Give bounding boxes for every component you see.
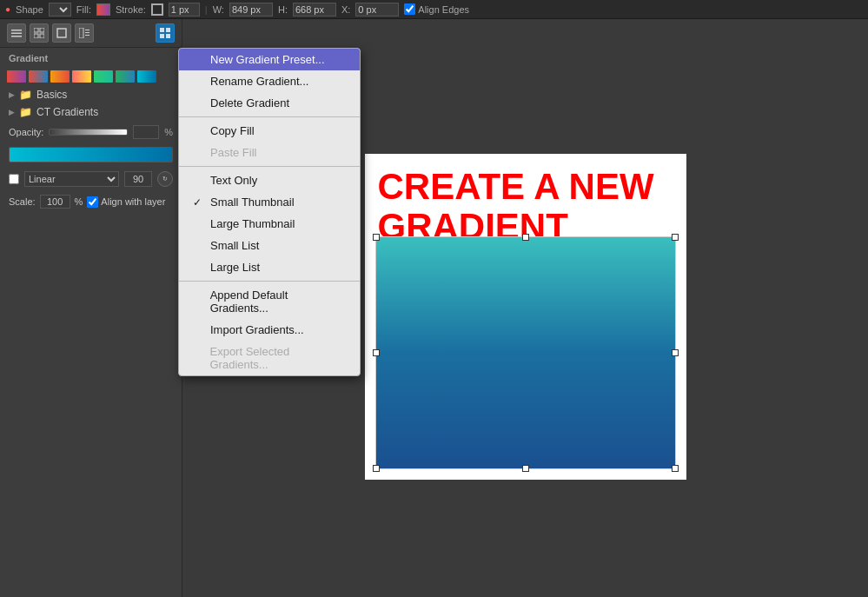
scale-input[interactable] xyxy=(40,195,70,209)
swatch-6[interactable] xyxy=(116,70,135,83)
menu-item-delete-gradient[interactable]: Delete Gradient xyxy=(179,92,360,114)
width-input[interactable] xyxy=(229,3,273,17)
toolbar-shape-label: Shape xyxy=(16,4,43,15)
svg-rect-15 xyxy=(166,34,170,38)
handle-bl[interactable] xyxy=(373,465,380,472)
type-select[interactable]: Linear xyxy=(24,171,119,187)
folder-icon-ct: 📁 xyxy=(19,106,32,118)
svg-rect-6 xyxy=(40,34,44,38)
divider1: | xyxy=(205,4,208,15)
menu-item-small-thumbnail[interactable]: ✓ Small Thumbnail xyxy=(179,191,360,213)
gradient-swatches xyxy=(0,67,182,86)
opacity-slider[interactable] xyxy=(49,129,128,136)
bottom-controls: Linear ↻ xyxy=(0,166,182,192)
menu-item-new-gradient-preset[interactable]: New Gradient Preset... xyxy=(179,49,360,70)
toolbar-stroke-label: Stroke: xyxy=(116,4,146,15)
swatch-5[interactable] xyxy=(94,70,113,83)
svg-rect-12 xyxy=(160,28,164,32)
left-panel: Gradient ▶ 📁 Basics ▶ 📁 CT Gradients Opa… xyxy=(0,19,182,597)
handle-tm[interactable] xyxy=(522,234,529,241)
handle-mr[interactable] xyxy=(672,349,679,356)
swatch-7[interactable] xyxy=(137,70,156,83)
svg-rect-3 xyxy=(34,28,38,32)
svg-rect-7 xyxy=(57,29,66,37)
svg-rect-4 xyxy=(40,28,44,32)
svg-rect-9 xyxy=(85,30,89,30)
shape-dropdown[interactable] xyxy=(49,3,71,17)
swatch-1[interactable] xyxy=(7,70,26,83)
folder-ct-gradients[interactable]: ▶ 📁 CT Gradients xyxy=(0,103,182,121)
menu-item-rename-gradient[interactable]: Rename Gradient... xyxy=(179,70,360,92)
folder-name-basics: Basics xyxy=(36,89,67,101)
gradient-bar-container xyxy=(0,143,182,166)
list-icon-btn[interactable] xyxy=(7,23,26,43)
stroke-width-input[interactable] xyxy=(169,3,200,17)
folder-name-ct: CT Gradients xyxy=(36,106,98,118)
top-toolbar: ● Shape Fill: Stroke: | W: H: X: Align E… xyxy=(0,0,868,19)
toolbar-w-label: W: xyxy=(213,4,224,15)
fill-swatch[interactable] xyxy=(96,3,110,16)
folder-icon-basics: 📁 xyxy=(19,89,32,101)
menu-item-small-list[interactable]: Small List xyxy=(179,235,360,256)
menu-divider-1 xyxy=(179,116,360,117)
x-input[interactable] xyxy=(355,3,399,17)
angle-dial[interactable]: ↻ xyxy=(157,171,173,187)
handle-bm[interactable] xyxy=(522,465,529,472)
handle-ml[interactable] xyxy=(373,349,380,356)
svg-rect-14 xyxy=(160,34,164,38)
toolbar-h-label: H: xyxy=(278,4,288,15)
svg-rect-2 xyxy=(11,36,22,37)
align-edges-checkbox[interactable] xyxy=(404,3,415,15)
single-icon-btn[interactable] xyxy=(52,23,71,43)
svg-rect-10 xyxy=(85,32,89,33)
scale-pct-label: % xyxy=(75,196,83,207)
expand-arrow-basics: ▶ xyxy=(9,90,15,99)
align-layer-checkbox[interactable] xyxy=(87,196,98,208)
grid-icon-btn[interactable] xyxy=(30,23,49,43)
align-layer-label[interactable]: Align with layer xyxy=(87,196,165,208)
svg-rect-5 xyxy=(34,34,38,38)
selected-view-icon-btn[interactable] xyxy=(156,23,175,43)
swatch-2[interactable] xyxy=(29,70,48,83)
handle-br[interactable] xyxy=(672,465,679,472)
angle-input[interactable] xyxy=(124,171,152,187)
type-checkbox[interactable] xyxy=(9,174,19,184)
svg-rect-1 xyxy=(11,33,22,35)
swatch-4[interactable] xyxy=(72,70,91,83)
folder-basics[interactable]: ▶ 📁 Basics xyxy=(0,86,182,103)
detail-icon-btn[interactable] xyxy=(75,23,94,43)
canvas-document: CREATE A NEW GRADIENT xyxy=(365,154,686,480)
menu-item-append-default[interactable]: Append Default Gradients... xyxy=(179,284,360,319)
scale-row: Scale: % Align with layer xyxy=(0,192,182,211)
handle-tr[interactable] xyxy=(672,234,679,241)
gradient-rectangle[interactable] xyxy=(375,236,676,469)
menu-item-large-list[interactable]: Large List xyxy=(179,256,360,278)
menu-item-import-gradients[interactable]: Import Gradients... xyxy=(179,319,360,341)
menu-item-text-only[interactable]: Text Only xyxy=(179,169,360,191)
svg-rect-13 xyxy=(166,28,170,32)
stroke-swatch[interactable] xyxy=(151,3,163,16)
menu-item-copy-fill[interactable]: Copy Fill xyxy=(179,120,360,142)
gradient-bar[interactable] xyxy=(9,147,173,163)
height-input[interactable] xyxy=(293,3,336,17)
scale-label: Scale: xyxy=(9,196,36,207)
svg-rect-8 xyxy=(79,28,83,38)
menu-item-large-thumbnail[interactable]: Large Thumbnail xyxy=(179,213,360,235)
menu-divider-2 xyxy=(179,166,360,167)
expand-arrow-ct: ▶ xyxy=(9,108,15,116)
menu-divider-3 xyxy=(179,281,360,282)
canvas-headline: CREATE A NEW GRADIENT xyxy=(378,167,654,247)
align-edges-label[interactable]: Align Edges xyxy=(404,3,469,15)
close-icon[interactable]: ● xyxy=(5,4,10,14)
swatch-3[interactable] xyxy=(50,70,70,83)
svg-rect-11 xyxy=(85,35,89,36)
opacity-input[interactable] xyxy=(133,125,159,139)
menu-item-export-selected: Export Selected Gradients... xyxy=(179,341,360,375)
toolbar-fill-label: Fill: xyxy=(76,4,91,15)
svg-rect-0 xyxy=(11,30,22,31)
gradient-panel-title: Gradient xyxy=(0,48,182,67)
dropdown-menu: New Gradient Preset... Rename Gradient..… xyxy=(178,48,361,376)
headline-line1: CREATE A NEW xyxy=(378,167,654,207)
handle-tl[interactable] xyxy=(373,234,380,241)
toolbar-x-label: X: xyxy=(341,4,350,15)
